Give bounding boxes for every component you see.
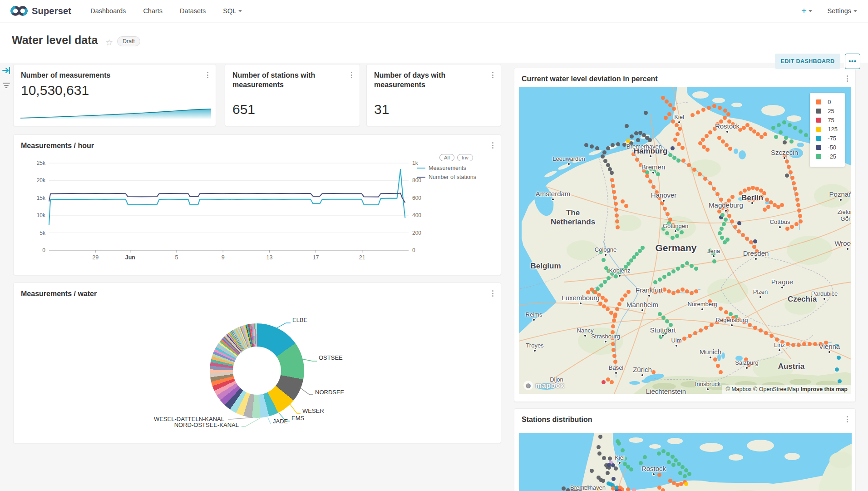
station-dot[interactable] xyxy=(790,176,794,180)
station-dot[interactable] xyxy=(562,486,566,491)
station-dot[interactable] xyxy=(712,104,716,108)
station-dot[interactable] xyxy=(792,181,796,185)
station-dot[interactable] xyxy=(705,134,709,138)
station-dot[interactable] xyxy=(680,230,684,234)
station-dot[interactable] xyxy=(676,132,680,136)
station-dot[interactable] xyxy=(616,225,620,229)
station-dot[interactable] xyxy=(675,234,679,238)
station-dot[interactable] xyxy=(724,310,728,314)
station-dot[interactable] xyxy=(710,323,714,327)
station-dot[interactable] xyxy=(681,146,685,150)
station-dot[interactable] xyxy=(749,240,753,244)
station-dot[interactable] xyxy=(602,150,607,154)
station-dot[interactable] xyxy=(784,136,788,140)
station-dot[interactable] xyxy=(665,319,669,323)
station-dot[interactable] xyxy=(590,469,594,473)
station-dot[interactable] xyxy=(764,331,768,335)
station-dot[interactable] xyxy=(613,360,617,364)
station-dot[interactable] xyxy=(651,370,656,374)
station-dot[interactable] xyxy=(722,222,726,226)
station-dot[interactable] xyxy=(607,463,611,467)
station-dot[interactable] xyxy=(632,488,636,491)
station-dot[interactable] xyxy=(599,283,603,288)
map-legend-item[interactable]: 125 xyxy=(816,126,838,133)
station-dot[interactable] xyxy=(753,239,757,243)
station-dot[interactable] xyxy=(745,123,750,127)
nav-item-dashboards[interactable]: Dashboards xyxy=(90,7,126,15)
station-dot[interactable] xyxy=(610,380,614,384)
station-dot[interactable] xyxy=(626,487,630,491)
station-dot[interactable] xyxy=(668,218,672,222)
station-dot[interactable] xyxy=(799,219,803,223)
new-item-button[interactable]: + xyxy=(801,6,812,16)
station-dot[interactable] xyxy=(763,132,767,136)
station-dot[interactable] xyxy=(671,146,675,150)
station-dot[interactable] xyxy=(626,139,630,143)
station-dot[interactable] xyxy=(612,318,616,322)
station-dot[interactable] xyxy=(667,460,671,464)
legend-item-measurements[interactable]: Measurements xyxy=(417,165,495,171)
station-dot[interactable] xyxy=(603,159,607,163)
filter-icon[interactable] xyxy=(3,82,10,91)
station-dot[interactable] xyxy=(747,187,751,191)
station-dot[interactable] xyxy=(665,231,669,235)
station-dot[interactable] xyxy=(696,110,700,114)
station-dot[interactable] xyxy=(611,342,615,346)
station-dot[interactable] xyxy=(666,212,670,216)
station-dot[interactable] xyxy=(769,334,774,338)
station-dot[interactable] xyxy=(603,280,607,284)
station-dot[interactable] xyxy=(737,221,741,225)
station-dot[interactable] xyxy=(666,452,670,456)
station-dot[interactable] xyxy=(751,186,755,190)
station-dot[interactable] xyxy=(703,177,707,181)
map-legend-item[interactable]: 0 xyxy=(816,99,838,105)
station-dot[interactable] xyxy=(602,456,606,460)
station-dot[interactable] xyxy=(799,129,803,134)
chart-menu-icon[interactable] xyxy=(843,415,851,423)
station-dot[interactable] xyxy=(615,219,619,223)
station-dot[interactable] xyxy=(663,207,667,211)
station-dot[interactable] xyxy=(602,258,606,262)
station-dot[interactable] xyxy=(667,112,671,116)
station-dot[interactable] xyxy=(668,153,672,157)
station-dot[interactable] xyxy=(671,463,676,467)
station-dot[interactable] xyxy=(664,116,668,120)
station-dot[interactable] xyxy=(782,120,786,124)
station-dot[interactable] xyxy=(786,342,790,346)
station-dot[interactable] xyxy=(793,187,797,191)
station-dot[interactable] xyxy=(661,449,666,453)
station-dot[interactable] xyxy=(779,130,783,134)
station-dot[interactable] xyxy=(693,331,697,335)
station-dot[interactable] xyxy=(788,123,792,127)
station-dot[interactable] xyxy=(687,163,691,167)
attribution-text[interactable]: © Mapbox © OpenStreetMap xyxy=(725,386,800,392)
station-dot[interactable] xyxy=(657,451,661,456)
station-dot[interactable] xyxy=(584,143,588,147)
station-dot[interactable] xyxy=(620,298,624,302)
station-dot[interactable] xyxy=(616,142,620,146)
station-dot[interactable] xyxy=(674,458,678,462)
station-dot[interactable] xyxy=(606,471,610,475)
station-dot[interactable] xyxy=(657,473,661,477)
station-dot[interactable] xyxy=(678,471,682,475)
station-dot[interactable] xyxy=(566,488,570,491)
station-dot[interactable] xyxy=(794,192,799,196)
station-dot[interactable] xyxy=(787,165,791,169)
station-dot[interactable] xyxy=(617,441,621,446)
station-dot[interactable] xyxy=(653,280,657,284)
station-dot[interactable] xyxy=(698,172,702,176)
station-dot[interactable] xyxy=(607,276,611,280)
station-dot[interactable] xyxy=(648,179,652,184)
station-dot[interactable] xyxy=(681,264,685,268)
station-dot[interactable] xyxy=(763,208,767,212)
station-dot[interactable] xyxy=(610,171,614,175)
chart-menu-icon[interactable] xyxy=(348,71,355,79)
station-dot[interactable] xyxy=(730,195,735,199)
map-legend-item[interactable]: -75 xyxy=(816,135,838,142)
nav-item-datasets[interactable]: Datasets xyxy=(180,7,206,15)
superset-logo[interactable]: Superset xyxy=(10,5,71,17)
station-dot[interactable] xyxy=(683,474,687,478)
station-dot[interactable] xyxy=(718,106,722,110)
station-dot[interactable] xyxy=(621,199,625,203)
station-dot[interactable] xyxy=(694,289,698,293)
